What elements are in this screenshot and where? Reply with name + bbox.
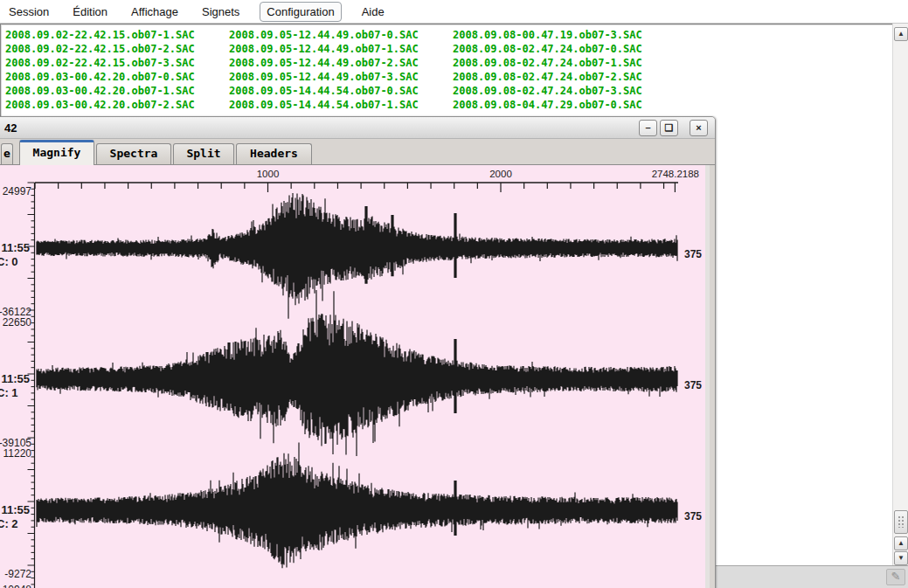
menubar: SessionÉditionAffichageSignetsConfigurat… (0, 0, 908, 24)
window-title: 42 (4, 121, 17, 135)
file-item[interactable]: 2008.09.08-00.47.19.ob07-3.SAC (453, 28, 642, 42)
file-item[interactable]: 2008.09.05-14.44.54.ob07-1.SAC (229, 98, 419, 112)
trace-channel-1[interactable] (37, 290, 677, 456)
tab-spectra[interactable]: Spectra (96, 143, 171, 164)
tool-icon[interactable]: ✎ (886, 569, 905, 585)
x-axis-tick-label: 2000 (489, 169, 512, 179)
menu-item-session[interactable]: Session (5, 3, 52, 21)
trace-max-label: 22650 (3, 316, 32, 329)
file-item[interactable]: 2008.09.02-22.42.15.ob07-2.SAC (5, 42, 195, 56)
trace-max-label: 11220 (3, 447, 32, 460)
file-item[interactable]: 2008.09.08-02.47.24.ob07-3.SAC (453, 84, 642, 98)
trace-time-label: 11:55 (1, 503, 30, 516)
file-column-2: 2008.09.05-12.44.49.ob07-0.SAC2008.09.05… (229, 28, 419, 112)
file-item[interactable]: 2008.09.05-12.44.49.ob07-1.SAC (229, 42, 419, 56)
file-item[interactable]: 2008.09.05-14.44.54.ob07-0.SAC (229, 84, 419, 98)
trace-channel-label: C: 1 (0, 386, 18, 399)
trace-channel-label: C: 0 (0, 255, 18, 268)
down-arrow-icon: ▼ (898, 554, 905, 562)
file-item[interactable]: 2008.09.03-00.42.20.ob07-0.SAC (5, 70, 195, 84)
file-item[interactable]: 2008.09.02-22.42.15.ob07-3.SAC (5, 56, 195, 70)
minimize-icon: – (645, 122, 650, 133)
file-item[interactable]: 2008.09.05-12.44.49.ob07-3.SAC (229, 70, 419, 84)
trace-min-label: -9272 (4, 568, 31, 580)
file-column-1: 2008.09.02-22.42.15.ob07-1.SAC2008.09.02… (5, 28, 195, 112)
trace-time-label: 11:55 (1, 241, 30, 254)
file-item[interactable]: 2008.09.08-02.47.24.ob07-0.SAC (453, 42, 642, 56)
file-item[interactable]: 2008.09.05-12.44.49.ob07-2.SAC (229, 56, 419, 70)
maximize-button[interactable]: ❏ (660, 120, 678, 136)
pen-icon: ✎ (891, 570, 901, 583)
menu-item-signets[interactable]: Signets (198, 3, 243, 21)
trace-channel-label: C: 2 (0, 517, 18, 530)
close-icon: × (696, 122, 701, 133)
trace-right-label: 375 (684, 379, 702, 391)
trace-right-label: 375 (684, 510, 702, 522)
partial-min-label: 10948 (3, 584, 32, 588)
x-axis-end-label: 2748.2188 (652, 169, 699, 179)
vertical-scrollbar[interactable]: ▲ ▲ ▼ (892, 24, 908, 565)
trace-time-label: 11:55 (1, 372, 30, 385)
tab-split[interactable]: Split (173, 143, 234, 164)
close-button[interactable]: × (690, 120, 708, 136)
tab-magnify[interactable]: Magnify (19, 140, 94, 165)
trace-channel-0[interactable] (37, 193, 677, 319)
menu-item-affichage[interactable]: Affichage (128, 3, 182, 21)
scroll-up-button-2[interactable]: ▲ (894, 536, 908, 550)
file-item[interactable]: 2008.09.03-00.42.20.ob07-2.SAC (5, 98, 195, 112)
file-column-3: 2008.09.08-00.47.19.ob07-3.SAC2008.09.08… (453, 28, 642, 112)
menu-item-aide[interactable]: Aide (358, 3, 388, 21)
menu-item-dition[interactable]: Édition (69, 3, 111, 21)
plot-area[interactable]: 100020002748.218824997-3612211:55C: 0375… (0, 165, 710, 588)
tab-strip: eMagnifySpectraSplitHeaders (0, 139, 715, 165)
up-arrow-icon: ▲ (898, 30, 905, 38)
file-item[interactable]: 2008.09.08-04.47.29.ob07-0.SAC (453, 98, 642, 112)
trace-right-label: 375 (684, 248, 702, 260)
waveform-svg[interactable]: 100020002748.218824997-3612211:55C: 0375… (0, 165, 704, 588)
file-item[interactable]: 2008.09.02-22.42.15.ob07-1.SAC (5, 28, 195, 42)
window-titlebar[interactable]: 42 – ❏ × (0, 117, 715, 139)
file-item[interactable]: 2008.09.03-00.42.20.ob07-1.SAC (5, 84, 195, 98)
scroll-up-button[interactable]: ▲ (894, 27, 908, 41)
file-item[interactable]: 2008.09.05-12.44.49.ob07-0.SAC (229, 28, 419, 42)
tab-e[interactable]: e (1, 143, 13, 164)
waveform-window: 42 – ❏ × eMagnifySpectraSplitHeaders 100… (0, 116, 716, 588)
file-item[interactable]: 2008.09.08-02.47.24.ob07-2.SAC (453, 70, 642, 84)
tab-headers[interactable]: Headers (236, 143, 312, 164)
trace-max-label: 24997 (3, 185, 32, 197)
maximize-icon: ❏ (665, 122, 674, 133)
file-item[interactable]: 2008.09.08-02.47.24.ob07-1.SAC (453, 56, 642, 70)
menu-item-configuration[interactable]: Configuration (260, 2, 341, 22)
up-arrow-icon: ▲ (898, 539, 905, 547)
scroll-down-button[interactable]: ▼ (894, 551, 908, 565)
trace-channel-2[interactable] (37, 442, 677, 568)
scrollbar-thumb[interactable] (894, 510, 908, 534)
minimize-button[interactable]: – (639, 120, 657, 136)
x-axis-tick-label: 1000 (257, 169, 280, 179)
